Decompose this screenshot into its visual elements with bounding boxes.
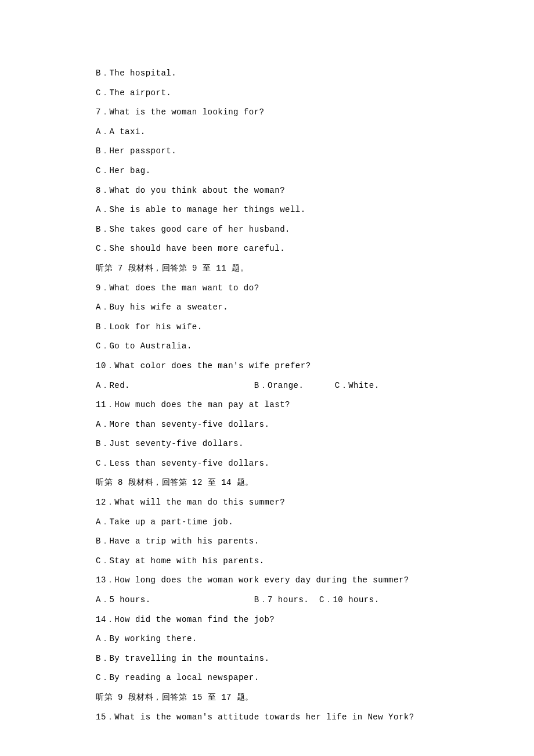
answer-option: A．A taxi.: [96, 123, 438, 142]
section-instruction: 听第 8 段材料，回答第 12 至 14 题。: [96, 473, 438, 493]
answer-option: A．More than seventy-five dollars.: [96, 415, 438, 435]
answer-option: C．By reading a local newspaper.: [96, 668, 438, 688]
answer-option: C．Her bag.: [96, 161, 438, 181]
answer-option: A．Take up a part-time job.: [96, 513, 438, 532]
answer-option: C．Less than seventy-five dollars.: [96, 454, 438, 474]
answer-option-row: A．Red. B．Orange. C．White.: [96, 376, 438, 396]
question-text: 12．What will the man do this summer?: [96, 493, 438, 513]
question-text: 14．How did the woman find the job?: [96, 610, 438, 630]
question-text: 15．What is the woman's attitude towards …: [96, 708, 438, 728]
answer-option: C．Stay at home with his parents.: [96, 552, 438, 571]
answer-option-row: A．5 hours. B．7 hours. C．10 hours.: [96, 591, 438, 610]
answer-option: B．Just seventy-five dollars.: [96, 434, 438, 454]
answer-option: B．Look for his wife.: [96, 318, 438, 337]
question-text: 11．How much does the man pay at last?: [96, 395, 438, 415]
exam-page: B．The hospital. C．The airport. 7．What is…: [0, 0, 534, 756]
section-instruction: 听第 7 段材料，回答第 9 至 11 题。: [96, 259, 438, 279]
question-text: 10．What color does the man's wife prefer…: [96, 357, 438, 376]
answer-option: B．The hospital.: [96, 64, 438, 84]
answer-option: C．Go to Australia.: [96, 337, 438, 357]
answer-option: C．The airport.: [96, 84, 438, 103]
answer-option: B．Have a trip with his parents.: [96, 532, 438, 552]
answer-option: A．Buy his wife a sweater.: [96, 298, 438, 318]
answer-option: C．She should have been more careful.: [96, 239, 438, 259]
question-text: 8．What do you think about the woman?: [96, 181, 438, 201]
answer-option: B．Her passport.: [96, 142, 438, 161]
question-text: 13．How long does the woman work every da…: [96, 571, 438, 591]
answer-option: A．She is able to manage her things well.: [96, 200, 438, 220]
question-text: 7．What is the woman looking for?: [96, 103, 438, 123]
answer-option: A．By working there.: [96, 629, 438, 649]
answer-option: B．She takes good care of her husband.: [96, 220, 438, 240]
section-instruction: 听第 9 段材料，回答第 15 至 17 题。: [96, 688, 438, 708]
answer-option: B．By travelling in the mountains.: [96, 649, 438, 669]
question-text: 9．What does the man want to do?: [96, 279, 438, 298]
